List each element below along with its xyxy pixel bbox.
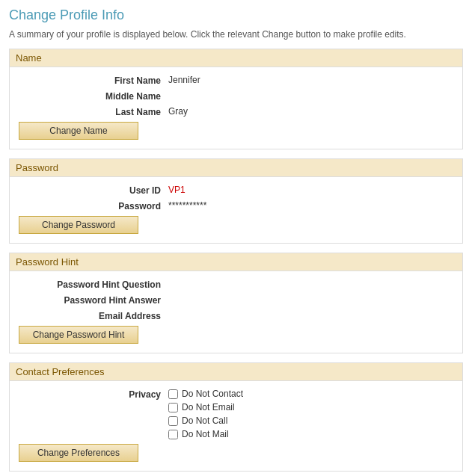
page-intro: A summary of your profile is displayed b… <box>9 29 463 40</box>
hint-email-label: Email Address <box>19 310 168 321</box>
hint-section: Password Hint Password Hint Question Pas… <box>9 253 463 353</box>
contact-section-body: Privacy Do Not Contact Do Not Email Do N… <box>10 381 462 471</box>
name-section-body: First Name Jennifer Middle Name Last Nam… <box>10 67 462 149</box>
last-name-row: Last Name Gray <box>19 106 453 117</box>
hint-answer-label: Password Hint Answer <box>19 294 168 306</box>
do-not-email-option[interactable]: Do Not Email <box>168 402 243 412</box>
password-section-body: User ID VP1 Password *********** Change … <box>10 177 462 243</box>
change-hint-button[interactable]: Change Password Hint <box>19 326 138 344</box>
contact-section: Contact Preferences Privacy Do Not Conta… <box>9 362 463 472</box>
middle-name-row: Middle Name <box>19 90 453 102</box>
password-label: Password <box>19 200 168 211</box>
first-name-value: Jennifer <box>168 75 200 85</box>
do-not-email-label: Do Not Email <box>182 402 235 412</box>
do-not-email-checkbox[interactable] <box>168 403 178 412</box>
do-not-call-label: Do Not Call <box>182 415 227 426</box>
userid-label: User ID <box>19 185 168 196</box>
hint-section-header: Password Hint <box>10 253 462 271</box>
do-not-mail-option[interactable]: Do Not Mail <box>168 429 243 439</box>
hint-answer-row: Password Hint Answer <box>19 294 453 306</box>
do-not-call-option[interactable]: Do Not Call <box>168 415 243 426</box>
userid-row: User ID VP1 <box>19 185 453 196</box>
contact-section-header: Contact Preferences <box>10 363 462 381</box>
last-name-label: Last Name <box>19 106 168 117</box>
change-password-button[interactable]: Change Password <box>19 216 138 234</box>
privacy-options: Do Not Contact Do Not Email Do Not Call … <box>168 389 243 439</box>
hint-question-label: Password Hint Question <box>19 279 168 290</box>
middle-name-label: Middle Name <box>19 90 168 102</box>
first-name-row: First Name Jennifer <box>19 75 453 86</box>
do-not-contact-option[interactable]: Do Not Contact <box>168 389 243 399</box>
do-not-contact-label: Do Not Contact <box>182 389 243 399</box>
name-section: Name First Name Jennifer Middle Name Las… <box>9 49 463 149</box>
hint-question-row: Password Hint Question <box>19 279 453 290</box>
password-row: Password *********** <box>19 200 453 211</box>
password-value: *********** <box>168 200 206 211</box>
last-name-value: Gray <box>168 106 188 117</box>
do-not-mail-checkbox[interactable] <box>168 430 178 439</box>
hint-section-body: Password Hint Question Password Hint Ans… <box>10 271 462 353</box>
do-not-mail-label: Do Not Mail <box>182 429 229 439</box>
change-preferences-button[interactable]: Change Preferences <box>19 444 138 462</box>
privacy-row: Privacy Do Not Contact Do Not Email Do N… <box>19 389 453 439</box>
password-section-header: Password <box>10 159 462 177</box>
hint-email-row: Email Address <box>19 310 453 321</box>
do-not-contact-checkbox[interactable] <box>168 389 178 399</box>
first-name-label: First Name <box>19 75 168 86</box>
password-section: Password User ID VP1 Password **********… <box>9 158 463 244</box>
change-name-button[interactable]: Change Name <box>19 122 138 140</box>
name-section-header: Name <box>10 49 462 67</box>
userid-value: VP1 <box>168 185 186 195</box>
do-not-call-checkbox[interactable] <box>168 416 178 426</box>
privacy-label: Privacy <box>19 389 168 400</box>
page-title: Change Profile Info <box>9 7 463 23</box>
